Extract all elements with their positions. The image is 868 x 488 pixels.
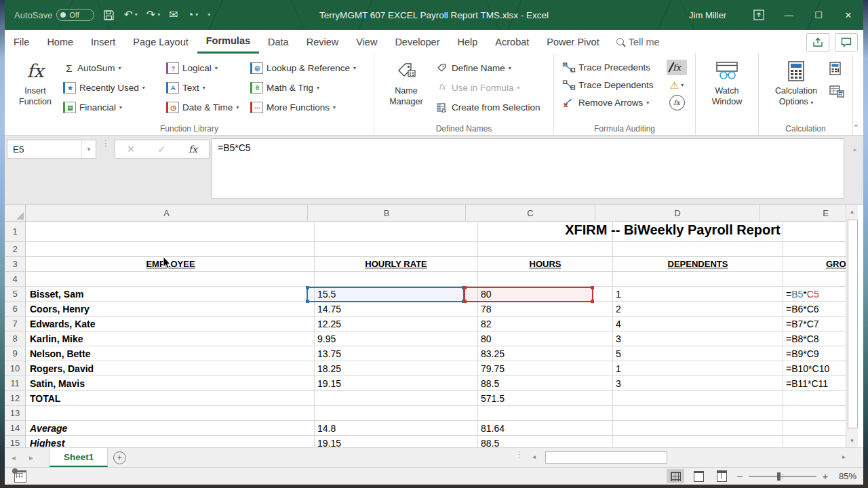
enter-formula-button[interactable]: ✓ [157,144,165,155]
define-name-button[interactable]: Define Name▾ [433,58,548,78]
cell-D8[interactable]: 3 [613,331,783,346]
row-header-14[interactable]: 14 [5,421,26,436]
recently-used-button[interactable]: ★Recently Used▾ [60,78,163,98]
tab-insert[interactable]: Insert [82,30,124,54]
cell-A15[interactable]: Highest [26,436,315,447]
sheet-tab-sheet1[interactable]: Sheet1 [50,448,108,467]
zoom-slider[interactable] [749,476,816,477]
name-box-dropdown-arrow[interactable]: ▼ [81,140,96,158]
cell-B15[interactable]: 19.15 [315,436,478,447]
calculation-options-button[interactable]: Calculation Options ▾ [764,56,828,108]
tab-acrobat[interactable]: Acrobat [486,30,538,54]
cell-B7[interactable]: 12.25 [315,317,478,331]
collapse-formula-bar-button[interactable]: ⌃ [852,148,858,157]
trace-dependents-button[interactable]: Trace Dependents [559,76,663,94]
sheet-nav-right-arrow[interactable]: ► [22,448,40,467]
row-header-12[interactable]: 12 [5,391,26,406]
zoom-slider-thumb[interactable] [777,472,781,481]
vertical-scrollbar[interactable]: ▲ ▼ [846,205,858,447]
cell-A12[interactable]: TOTAL [26,391,315,406]
error-checking-button[interactable]: ⚠▾ [667,77,687,93]
zoom-out-button[interactable]: − [736,470,744,482]
cancel-formula-button[interactable]: ✕ [127,144,135,155]
tab-view[interactable]: View [347,30,386,54]
close-button[interactable]: ✕ [833,0,863,30]
chart-button[interactable]: ◔▾ [187,9,199,20]
tab-developer[interactable]: Developer [386,30,448,54]
cell-B8[interactable]: 9.95 [315,331,478,346]
cell-D10[interactable]: 1 [613,361,783,376]
save-button[interactable] [103,9,115,21]
cell-C2[interactable] [478,242,613,257]
cell-E12[interactable] [783,391,846,406]
undo-dropdown-arrow[interactable]: ▾ [135,12,138,18]
cell-C8[interactable]: 80 [478,331,613,346]
name-box[interactable]: E5 ▼ [7,140,96,159]
row-header-1[interactable]: 1 [5,221,26,242]
cell-D4[interactable] [613,272,783,287]
row-header-4[interactable]: 4 [5,272,26,287]
page-break-view-button[interactable] [713,469,730,483]
tell-me-box[interactable]: Tell me [608,30,668,54]
tab-formulas[interactable]: Formulas [197,30,259,54]
normal-view-button[interactable] [667,469,684,483]
cell-E14[interactable] [783,421,846,436]
ribbon-display-options-button[interactable] [744,0,774,30]
cell-B4[interactable] [315,272,478,287]
watch-window-button[interactable]: Watch Window [701,56,753,108]
chart-dropdown-arrow[interactable]: ▾ [195,12,198,18]
cell-A6[interactable]: Coors, Henry [26,302,315,317]
cell-D9[interactable]: 5 [613,346,783,361]
formula-bar-divider[interactable]: ⋮ [101,141,111,146]
formula-input[interactable]: =B5*C5 [212,138,844,199]
cell-C12[interactable]: 571.5 [478,391,613,406]
row-header-3[interactable]: 3 [5,257,26,272]
row-header-5[interactable]: 5 [5,287,26,302]
cell-C13[interactable] [478,406,613,421]
insert-function-fx-button[interactable]: fx [189,144,197,155]
cell-C7[interactable]: 82 [478,317,613,331]
zoom-in-button[interactable]: + [821,470,829,482]
cell-A8[interactable]: Karlin, Mike [26,331,315,346]
new-sheet-button[interactable]: + [108,448,131,467]
horizontal-scroll-thumb[interactable] [545,451,667,464]
remove-arrows-button[interactable]: Remove Arrows▾ [559,94,663,111]
maximize-button[interactable]: ☐ [804,0,833,30]
date-time-button[interactable]: ◷Date & Time▾ [163,98,248,117]
cell-A10[interactable]: Rogers, David [26,361,315,376]
row-header-9[interactable]: 9 [5,346,26,361]
use-in-formula-button[interactable]: fx Use in Formula▾ [433,78,548,98]
vertical-scroll-thumb[interactable] [848,220,858,428]
show-formulas-button[interactable]: fx [667,60,687,75]
horizontal-scrollbar[interactable]: ◄ ► [528,451,850,464]
text-button[interactable]: AText▾ [163,78,248,98]
cell-D5[interactable]: 1 [613,287,783,302]
math-trig-button[interactable]: θMath & Trig▾ [248,78,368,98]
cell-A13[interactable] [26,406,315,421]
autosave-toggle[interactable]: Off [56,9,94,21]
redo-button[interactable]: ↷▾ [146,9,160,20]
zoom-level[interactable]: 85% [835,471,856,481]
tab-power-pivot[interactable]: Power Pivot [538,30,608,54]
cell-E8[interactable]: =B8*C8 [783,331,846,346]
cell-E13[interactable] [783,406,846,421]
cell-C15[interactable]: 88.5 [478,436,613,447]
row-header-13[interactable]: 13 [5,406,26,421]
evaluate-formula-button[interactable]: fx [667,95,687,110]
cell-E5[interactable]: =B5*C5 [783,287,846,302]
financial-button[interactable]: ▤Financial▾ [60,98,163,117]
lookup-reference-button[interactable]: ◎Lookup & Reference▾ [248,58,368,78]
cell-E7[interactable]: =B7*C7 [783,317,846,331]
tab-home[interactable]: Home [38,30,82,54]
cell-E11[interactable]: =B11*C11 [783,376,846,391]
row-header-7[interactable]: 7 [5,317,26,331]
minimize-button[interactable]: — [774,0,804,30]
column-header-D[interactable]: D [595,205,760,222]
cell-B10[interactable]: 18.25 [315,361,478,376]
row-header-15[interactable]: 15 [5,436,26,447]
cell-A4[interactable] [26,272,315,287]
cell-B14[interactable]: 14.8 [315,421,478,436]
autosave-control[interactable]: AutoSave Off [14,9,94,21]
tab-help[interactable]: Help [448,30,486,54]
cell-A11[interactable]: Satin, Mavis [26,376,315,391]
